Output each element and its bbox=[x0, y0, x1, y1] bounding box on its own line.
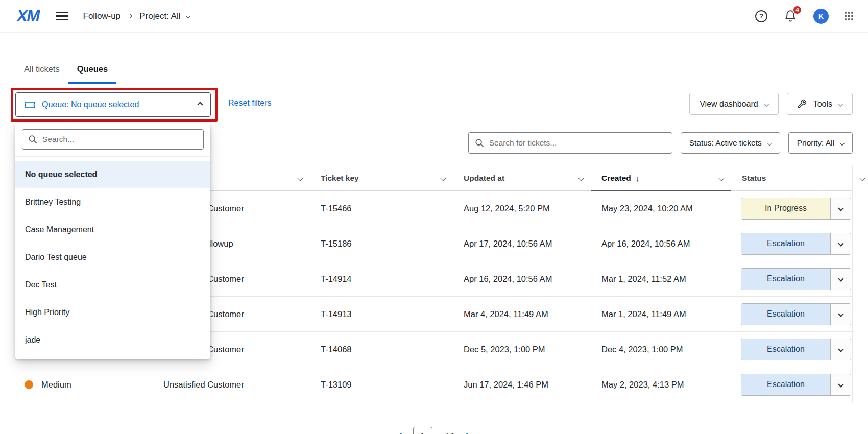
nav-right: 4 K bbox=[755, 9, 854, 24]
chevron-right-icon bbox=[128, 14, 133, 19]
chevron-down-icon bbox=[840, 140, 845, 146]
view-dashboard-button[interactable]: View dashboard bbox=[689, 93, 778, 115]
page-count-label: of 1 bbox=[442, 432, 455, 434]
ticket-key-cell: T-14914 bbox=[317, 274, 460, 284]
current-page-box[interactable]: 1 bbox=[413, 427, 432, 434]
queue-option[interactable]: Case Management bbox=[15, 216, 210, 244]
status-badge[interactable]: Escalation bbox=[741, 303, 851, 325]
queue-option[interactable]: Dec Test bbox=[15, 271, 210, 299]
column-header-created[interactable]: Created ↓ bbox=[597, 166, 738, 190]
ticket-icon bbox=[24, 101, 35, 109]
avatar[interactable]: K bbox=[813, 9, 829, 24]
queue-option[interactable]: High Priority bbox=[15, 299, 210, 326]
ticket-key-cell: T-14068 bbox=[317, 345, 460, 354]
help-icon[interactable] bbox=[755, 10, 767, 22]
queue-option[interactable]: No queue selected bbox=[15, 161, 210, 188]
priority-filter-button[interactable]: Priority: All bbox=[788, 132, 853, 154]
search-icon bbox=[28, 135, 37, 144]
status-label: In Progress bbox=[741, 198, 830, 219]
view-dashboard-label: View dashboard bbox=[700, 100, 758, 109]
ticket-key-cell: T-15186 bbox=[317, 239, 460, 249]
tools-label: Tools bbox=[813, 100, 832, 109]
queue-option[interactable]: Brittney Testing bbox=[15, 188, 210, 216]
priority-label: Medium bbox=[41, 380, 71, 390]
status-dropdown-caret[interactable] bbox=[830, 269, 851, 290]
status-label: Escalation bbox=[741, 233, 830, 254]
project-selector[interactable]: Project: All bbox=[139, 11, 189, 21]
queue-option[interactable]: jade bbox=[15, 326, 210, 354]
page: XM Follow-up Project: All 4 K All t bbox=[0, 0, 868, 434]
column-menu-icon[interactable] bbox=[297, 175, 303, 181]
queue-search-input[interactable] bbox=[42, 135, 198, 144]
wrench-icon bbox=[797, 99, 807, 109]
updated-at-cell: Mar 4, 2024, 11:49 AM bbox=[460, 309, 597, 319]
created-cell: Dec 4, 2023, 1:00 PM bbox=[597, 345, 738, 354]
column-header-status[interactable]: Status bbox=[738, 166, 852, 190]
chevron-down-icon bbox=[838, 346, 843, 352]
top-nav: XM Follow-up Project: All 4 K bbox=[0, 0, 868, 33]
column-header-ticket-key[interactable]: Ticket key bbox=[317, 166, 460, 190]
chevron-down-icon bbox=[838, 102, 843, 107]
column-menu-icon[interactable] bbox=[859, 175, 865, 181]
status-badge[interactable]: Escalation bbox=[741, 374, 851, 396]
status-dropdown-caret[interactable] bbox=[830, 339, 851, 360]
ticket-key-cell: T-13109 bbox=[317, 380, 460, 390]
xm-logo[interactable]: XM bbox=[17, 7, 39, 26]
ticket-search bbox=[468, 132, 672, 154]
column-label: Created bbox=[601, 174, 631, 183]
column-label: Ticket key bbox=[321, 174, 359, 183]
search-icon bbox=[475, 138, 484, 148]
chevron-down-icon bbox=[838, 381, 843, 387]
queue-selector-button[interactable]: Queue: No queue selected bbox=[15, 92, 211, 117]
status-label: Escalation bbox=[741, 304, 830, 325]
chevron-down-icon bbox=[838, 276, 843, 281]
filter-row: Status: Active tickets Priority: All bbox=[468, 132, 853, 154]
updated-at-cell: Apr 17, 2024, 10:56 AM bbox=[460, 239, 597, 249]
updated-at-cell: Apr 16, 2024, 10:56 AM bbox=[460, 274, 597, 284]
status-dropdown-caret[interactable] bbox=[830, 374, 851, 395]
column-menu-icon[interactable] bbox=[440, 175, 446, 181]
status-dropdown-caret[interactable] bbox=[830, 198, 851, 219]
chevron-down-icon bbox=[767, 140, 772, 146]
tools-button[interactable]: Tools bbox=[787, 93, 853, 115]
column-menu-icon[interactable] bbox=[578, 175, 584, 181]
created-cell: Mar 1, 2024, 11:49 AM bbox=[597, 309, 738, 319]
hamburger-bars bbox=[56, 15, 68, 16]
status-dropdown-caret[interactable] bbox=[830, 304, 851, 325]
tab-queues[interactable]: Queues bbox=[68, 64, 117, 84]
tab-all-tickets[interactable]: All tickets bbox=[15, 64, 68, 84]
queue-option[interactable]: Dario Test queue bbox=[15, 244, 210, 271]
chevron-up-icon bbox=[197, 102, 203, 107]
status-badge[interactable]: Escalation bbox=[741, 233, 851, 255]
app-grid-icon[interactable] bbox=[845, 12, 854, 21]
column-label: Updated at bbox=[464, 174, 504, 183]
column-menu-icon[interactable] bbox=[718, 175, 724, 181]
ticket-key-cell: T-14913 bbox=[317, 309, 460, 319]
status-dropdown-caret[interactable] bbox=[830, 233, 851, 254]
status-label: Escalation bbox=[741, 269, 830, 290]
queue-dropdown-panel: No queue selected Brittney Testing Case … bbox=[15, 123, 210, 359]
chevron-down-icon bbox=[838, 240, 843, 246]
chevron-down-icon bbox=[838, 205, 843, 211]
status-badge[interactable]: Escalation bbox=[741, 339, 851, 360]
updated-at-cell: Dec 5, 2023, 1:00 PM bbox=[460, 345, 597, 354]
column-header-updated-at[interactable]: Updated at bbox=[460, 166, 597, 190]
status-filter-button[interactable]: Status: Active tickets bbox=[681, 132, 780, 154]
priority-filter-label: Priority: All bbox=[797, 138, 834, 148]
waffle-dots bbox=[845, 12, 847, 14]
created-cell: May 2, 2023, 4:13 PM bbox=[597, 380, 738, 390]
reset-filters-link[interactable]: Reset filters bbox=[228, 99, 271, 108]
chevron-down-icon bbox=[764, 102, 769, 107]
queue-search bbox=[15, 123, 210, 157]
table-row[interactable]: Medium Unsatisfied Customer T-13109 Jun … bbox=[15, 367, 852, 402]
menu-icon[interactable] bbox=[56, 10, 69, 23]
updated-at-cell: Jun 17, 2024, 1:46 PM bbox=[460, 380, 597, 390]
status-filter-label: Status: Active tickets bbox=[689, 138, 762, 148]
ticket-search-input[interactable] bbox=[489, 138, 666, 148]
sort-desc-icon: ↓ bbox=[636, 174, 640, 183]
notifications-button[interactable]: 4 bbox=[783, 9, 798, 23]
breadcrumb-section-label: Follow-up bbox=[83, 11, 121, 21]
pagination: 1 of 1 bbox=[0, 427, 868, 434]
status-badge[interactable]: Escalation bbox=[741, 268, 851, 290]
status-badge[interactable]: In Progress bbox=[741, 198, 851, 220]
